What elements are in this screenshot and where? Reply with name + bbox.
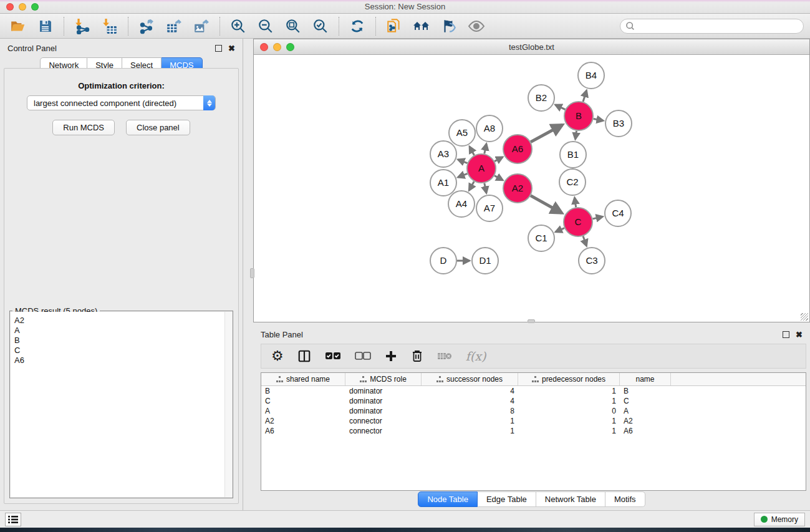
vertical-scroll-nub[interactable] — [250, 268, 254, 278]
node-A[interactable]: A — [467, 154, 496, 183]
edge-A-A5[interactable] — [470, 147, 474, 155]
column-header-shared_name[interactable]: shared name — [261, 373, 345, 385]
edge-B-B1[interactable] — [576, 131, 577, 139]
node-B1[interactable]: B1 — [560, 142, 586, 168]
column-header-mcds_role[interactable]: MCDS role — [345, 373, 422, 385]
edge-A-A1[interactable] — [458, 173, 468, 177]
split-columns-icon[interactable] — [297, 349, 311, 363]
node-A6[interactable]: A6 — [503, 135, 532, 163]
zoom-fit-icon[interactable] — [284, 17, 302, 36]
task-history-button[interactable] — [5, 513, 21, 526]
node-A1[interactable]: A1 — [430, 170, 456, 196]
export-image-icon[interactable] — [192, 17, 211, 36]
duplicate-network-icon[interactable] — [385, 17, 403, 36]
refresh-icon[interactable] — [348, 17, 367, 36]
node-A2[interactable]: A2 — [503, 174, 532, 203]
node-A5[interactable]: A5 — [449, 120, 475, 146]
deselect-all-columns-icon[interactable] — [355, 351, 371, 361]
edge-C-C3[interactable] — [583, 236, 587, 246]
memory-button[interactable]: Memory — [754, 513, 805, 526]
edge-A-A6[interactable] — [494, 157, 503, 162]
result-scrollbar[interactable] — [224, 312, 232, 497]
edge-C-C1[interactable] — [556, 228, 564, 232]
tab-motifs[interactable]: Motifs — [605, 491, 645, 507]
import-network-icon[interactable] — [73, 17, 92, 36]
result-item[interactable]: A2 — [14, 316, 228, 326]
result-item[interactable]: A — [14, 326, 228, 336]
run-mcds-button[interactable]: Run MCDS — [52, 120, 115, 135]
node-C1[interactable]: C1 — [528, 225, 554, 251]
edge-A-A3[interactable] — [458, 160, 468, 163]
node-B4[interactable]: B4 — [578, 62, 604, 89]
close-panel-icon[interactable]: ✖ — [228, 44, 235, 52]
search-input[interactable] — [620, 19, 804, 34]
node-C3[interactable]: C3 — [579, 248, 605, 274]
node-A3[interactable]: A3 — [430, 141, 456, 167]
table-row[interactable]: Bdominator41B — [261, 386, 806, 396]
delete-column-trash-icon[interactable] — [411, 349, 423, 363]
network-graph[interactable]: B4B2BB3A8A5A6A3B1AC2A1A2A4A7C4CC1C3DD1 — [254, 55, 809, 322]
mcds-result-list[interactable]: A2ABCA6 — [11, 312, 232, 497]
zoom-selected-icon[interactable] — [311, 17, 330, 36]
node-table[interactable]: shared nameMCDS rolesuccessor nodesprede… — [261, 372, 806, 491]
close-panel-button[interactable]: Close panel — [126, 120, 190, 135]
result-item[interactable]: A6 — [14, 355, 228, 365]
node-C[interactable]: C — [564, 208, 592, 236]
first-neighbors-icon[interactable] — [412, 17, 431, 36]
select-all-columns-icon[interactable] — [325, 351, 341, 361]
node-D[interactable]: D — [430, 248, 456, 274]
edge-B-B4[interactable] — [583, 90, 587, 102]
network-canvas[interactable]: B4B2BB3A8A5A6A3B1AC2A1A2A4A7C4CC1C3DD1 — [254, 55, 809, 322]
import-table-icon[interactable] — [100, 17, 119, 36]
export-table-icon[interactable] — [165, 17, 183, 36]
node-B[interactable]: B — [564, 102, 593, 130]
table-row[interactable]: A6connector11A6 — [261, 426, 806, 436]
edge-B-B3[interactable] — [594, 118, 604, 120]
edge-A6-B[interactable] — [531, 125, 562, 142]
cell-name: B — [620, 387, 671, 395]
window-resize-grip[interactable] — [801, 313, 808, 321]
add-column-icon[interactable] — [385, 350, 397, 362]
zoom-out-icon[interactable] — [256, 17, 275, 36]
table-row[interactable]: Cdominator41C — [261, 396, 806, 406]
node-A4[interactable]: A4 — [448, 191, 475, 217]
result-item[interactable]: B — [14, 336, 228, 346]
node-B2[interactable]: B2 — [528, 85, 554, 111]
column-header-predecessor_nodes[interactable]: predecessor nodes — [518, 373, 620, 385]
zoom-in-icon[interactable] — [229, 17, 248, 36]
open-session-icon[interactable] — [9, 17, 27, 36]
table-row[interactable]: Adominator80A — [261, 406, 806, 416]
node-B3[interactable]: B3 — [605, 110, 632, 137]
column-header-name[interactable]: name — [620, 373, 671, 385]
edge-A-A2[interactable] — [494, 176, 503, 180]
node-A8[interactable]: A8 — [476, 115, 503, 142]
float-panel-icon[interactable] — [215, 45, 222, 52]
network-window-titlebar[interactable]: testGlobe.txt — [254, 39, 809, 55]
node-C2[interactable]: C2 — [559, 169, 586, 195]
node-C4[interactable]: C4 — [605, 200, 631, 226]
edge-A-A8[interactable] — [485, 144, 486, 154]
save-session-icon[interactable] — [36, 17, 55, 36]
node-A7[interactable]: A7 — [476, 195, 503, 221]
horizontal-scroll-nub[interactable] — [528, 319, 535, 323]
export-network-icon[interactable] — [137, 17, 156, 36]
tab-network-table[interactable]: Network Table — [536, 491, 605, 507]
tab-edge-table[interactable]: Edge Table — [478, 491, 536, 507]
tab-node-table[interactable]: Node Table — [418, 491, 478, 507]
edge-A-A7[interactable] — [485, 183, 486, 193]
close-table-panel-icon[interactable]: ✖ — [796, 331, 803, 339]
column-header-successor_nodes[interactable]: successor nodes — [422, 373, 518, 385]
edge-C-C2[interactable] — [575, 198, 576, 207]
optimization-criterion-dropdown[interactable]: largest connected component (directed) — [27, 95, 216, 110]
show-hide-panel-eye-icon[interactable] — [467, 17, 486, 36]
edge-B-B2[interactable] — [556, 105, 566, 110]
edge-A2-C[interactable] — [531, 196, 562, 213]
table-settings-gear-icon[interactable]: ⚙ — [271, 348, 284, 364]
edge-A-A4[interactable] — [469, 181, 474, 190]
node-D1[interactable]: D1 — [472, 248, 498, 274]
edge-C-C4[interactable] — [592, 216, 602, 218]
float-table-panel-icon[interactable] — [783, 331, 789, 338]
result-item[interactable]: C — [14, 346, 228, 355]
hide-graphics-details-icon[interactable] — [440, 17, 458, 36]
table-row[interactable]: A2connector11A2 — [261, 416, 806, 426]
